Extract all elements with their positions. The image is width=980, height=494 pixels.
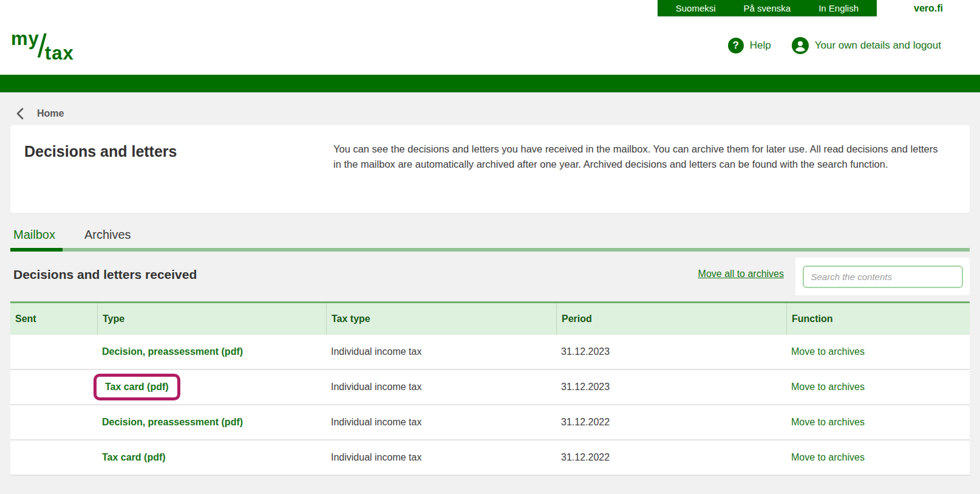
move-to-archives-link[interactable]: Move to archives xyxy=(791,417,865,428)
page-title: Decisions and letters xyxy=(24,142,333,197)
search-box-container xyxy=(795,258,970,295)
tax-type-cell: Individual income tax xyxy=(326,382,556,393)
tax-type-cell: Individual income tax xyxy=(326,417,556,428)
tax-type-cell: Individual income tax xyxy=(326,452,556,463)
person-icon xyxy=(792,37,809,54)
page-description: You can see the decisions and letters yo… xyxy=(333,142,942,197)
language-strip: Suomeksi På svenska In English xyxy=(658,0,877,16)
language-link-english[interactable]: In English xyxy=(818,3,859,13)
active-tab-indicator xyxy=(10,248,63,252)
period-cell: 31.12.2022 xyxy=(556,417,786,428)
logo-text-tax: tax xyxy=(45,43,74,64)
decisions-table: Sent Type Tax type Period Function Decis… xyxy=(10,301,970,476)
language-link-finnish[interactable]: Suomeksi xyxy=(676,3,716,13)
table-row: Decision, preassessment (pdf) Individual… xyxy=(10,405,970,441)
header-actions: ? Help Your own details and logout xyxy=(728,37,941,54)
received-section-header: Decisions and letters received Move all … xyxy=(10,262,970,301)
table-row: Tax card (pdf) Individual income tax 31.… xyxy=(10,441,970,476)
period-cell: 31.12.2023 xyxy=(556,346,786,357)
intro-card: Decisions and letters You can see the de… xyxy=(10,125,970,213)
tab-labels: Mailbox Archives xyxy=(10,228,970,248)
tab-mailbox[interactable]: Mailbox xyxy=(13,228,55,248)
table-row: Tax card (pdf) Individual income tax 31.… xyxy=(10,370,970,405)
move-to-archives-link[interactable]: Move to archives xyxy=(791,452,865,463)
top-language-bar: Suomeksi På svenska In English vero.fi xyxy=(0,0,980,16)
document-type-link[interactable]: Tax card (pdf) xyxy=(102,452,166,463)
green-nav-bar xyxy=(0,75,980,92)
document-type-link[interactable]: Decision, preassessment (pdf) xyxy=(102,346,243,357)
column-header-tax-type: Tax type xyxy=(326,303,556,335)
account-logout-label: Your own details and logout xyxy=(815,39,941,52)
logo-text-my: my xyxy=(11,28,39,49)
breadcrumb-home-link[interactable]: Home xyxy=(37,108,64,119)
search-input[interactable] xyxy=(803,266,963,288)
move-to-archives-link[interactable]: Move to archives xyxy=(791,382,865,393)
table-row: Decision, preassessment (pdf) Individual… xyxy=(10,335,970,370)
move-to-archives-link[interactable]: Move to archives xyxy=(791,346,865,357)
tab-underline-track xyxy=(10,248,970,252)
table-body: Decision, preassessment (pdf) Individual… xyxy=(10,335,970,476)
breadcrumb[interactable]: Home xyxy=(16,92,970,125)
column-header-period: Period xyxy=(556,303,786,335)
document-type-link[interactable]: Decision, preassessment (pdf) xyxy=(102,417,243,428)
tabs: Mailbox Archives xyxy=(10,228,970,252)
help-label: Help xyxy=(750,39,771,52)
tax-type-cell: Individual income tax xyxy=(326,346,556,357)
chevron-left-icon xyxy=(16,108,24,120)
move-all-to-archives-link[interactable]: Move all to archives xyxy=(698,269,784,280)
period-cell: 31.12.2022 xyxy=(556,452,786,463)
language-link-swedish[interactable]: På svenska xyxy=(744,3,791,13)
column-header-function: Function xyxy=(786,303,970,335)
period-cell: 31.12.2023 xyxy=(556,382,786,393)
help-button[interactable]: ? Help xyxy=(728,38,771,53)
column-header-sent: Sent xyxy=(10,303,97,335)
table-header-row: Sent Type Tax type Period Function xyxy=(10,303,970,335)
tab-archives[interactable]: Archives xyxy=(84,228,131,248)
account-logout-button[interactable]: Your own details and logout xyxy=(792,37,941,54)
verofi-link[interactable]: vero.fi xyxy=(914,3,943,14)
mytax-logo[interactable]: my/tax xyxy=(11,29,74,63)
site-header: my/tax ? Help Your own details and logou… xyxy=(0,16,980,75)
help-icon: ? xyxy=(728,38,744,53)
document-type-link[interactable]: Tax card (pdf) xyxy=(94,374,180,400)
column-header-type: Type xyxy=(97,303,326,335)
main-content: Home Decisions and letters You can see t… xyxy=(0,92,980,494)
verofi-link-wrap: vero.fi xyxy=(877,0,980,16)
